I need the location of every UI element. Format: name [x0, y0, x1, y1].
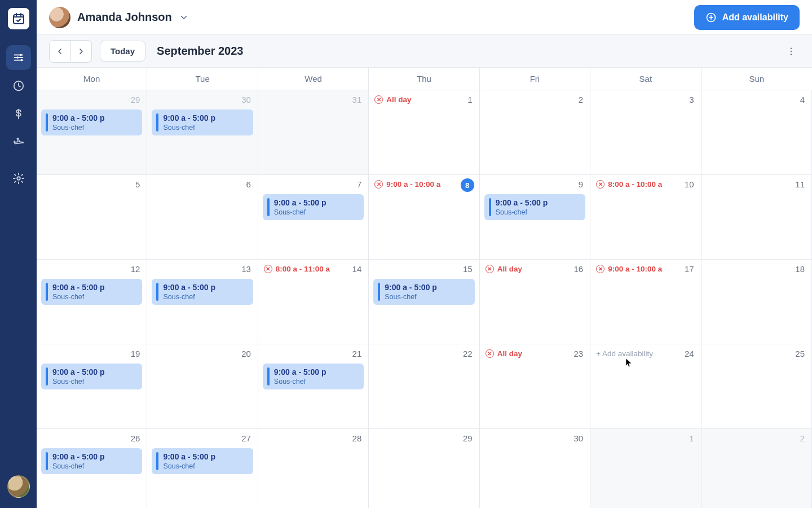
unavailable-marker[interactable]: ✕All day: [374, 95, 411, 104]
calendar-cell[interactable]: 219:00 a - 5:00 pSous-chef: [258, 344, 369, 429]
day-number: 1: [467, 95, 472, 104]
calendar-cell[interactable]: 2: [480, 90, 590, 175]
day-number: 25: [795, 349, 805, 358]
shift-event[interactable]: 9:00 a - 5:00 pSous-chef: [263, 194, 364, 220]
calendar-cell[interactable]: 79:00 a - 5:00 pSous-chef: [258, 175, 369, 260]
unavailable-marker[interactable]: ✕9:00 a - 10:00 a: [374, 180, 440, 189]
calendar-cell[interactable]: 2: [701, 429, 812, 508]
unavailable-label: All day: [386, 95, 411, 104]
day-number: 16: [573, 264, 583, 274]
calendar-cell[interactable]: 20: [147, 344, 258, 429]
calendar-cell[interactable]: 139:00 a - 5:00 pSous-chef: [147, 260, 258, 344]
shift-event[interactable]: 9:00 a - 5:00 pSous-chef: [41, 110, 142, 135]
dow-header: Wed: [258, 68, 369, 90]
shift-event[interactable]: 9:00 a - 5:00 pSous-chef: [373, 279, 474, 305]
calendar-cell[interactable]: 11: [701, 175, 812, 260]
day-number: 1: [689, 433, 694, 443]
add-availability-ghost[interactable]: + Add availability: [596, 349, 653, 358]
shift-time: 9:00 a - 5:00 p: [385, 283, 437, 292]
shift-event[interactable]: 9:00 a - 5:00 pSous-chef: [152, 110, 253, 135]
calendar-cell[interactable]: 199:00 a - 5:00 pSous-chef: [37, 344, 147, 429]
user-selector[interactable]: Amanda Johnson: [49, 7, 189, 28]
add-availability-button[interactable]: Add availability: [694, 5, 800, 30]
shift-accent-bar: [46, 452, 48, 470]
sliders-icon: [12, 51, 25, 64]
shift-role: Sous-chef: [163, 293, 215, 301]
calendar-cell[interactable]: 25: [701, 344, 812, 429]
day-number: 10: [685, 179, 694, 189]
calendar-cell[interactable]: 1✕All day: [369, 90, 479, 175]
rail-user-avatar[interactable]: [7, 475, 30, 498]
next-month-button[interactable]: [70, 40, 92, 63]
plane-icon: [12, 136, 25, 148]
shift-role: Sous-chef: [274, 208, 326, 216]
calendar-cell[interactable]: 18: [701, 260, 812, 344]
more-menu-button[interactable]: [783, 43, 800, 60]
unavailable-marker[interactable]: ✕8:00 a - 10:00 a: [596, 180, 662, 189]
calendar-cell[interactable]: 31: [258, 90, 369, 175]
chevron-down-icon: [179, 12, 189, 23]
calendar-cell[interactable]: 279:00 a - 5:00 pSous-chef: [147, 429, 258, 508]
calendar-cell[interactable]: 299:00 a - 5:00 pSous-chef: [37, 90, 147, 175]
svg-point-1: [19, 54, 21, 56]
unavailable-marker[interactable]: ✕All day: [486, 349, 522, 358]
calendar-cell[interactable]: 24+ Add availability: [590, 344, 701, 429]
today-button[interactable]: Today: [100, 41, 145, 62]
svg-point-5: [17, 177, 20, 180]
day-number: 20: [241, 349, 251, 358]
nav-pay[interactable]: [6, 102, 31, 126]
cursor-icon: [625, 358, 633, 368]
nav-schedule[interactable]: [6, 45, 31, 70]
unavailable-marker[interactable]: ✕9:00 a - 10:00 a: [596, 265, 662, 273]
calendar-cell[interactable]: 6: [147, 175, 258, 260]
unavailable-marker[interactable]: ✕All day: [486, 265, 522, 273]
day-number: 24: [685, 349, 694, 358]
day-number: 27: [241, 433, 251, 443]
calendar-cell[interactable]: 10✕8:00 a - 10:00 a: [590, 175, 701, 260]
month-label: September 2023: [157, 45, 243, 58]
day-number: 2: [800, 433, 805, 443]
calendar-cell[interactable]: 30: [480, 429, 590, 508]
calendar-cell[interactable]: 23✕All day: [480, 344, 590, 429]
calendar-cell[interactable]: 159:00 a - 5:00 pSous-chef: [369, 260, 479, 344]
gear-icon: [12, 172, 25, 185]
calendar-cell[interactable]: 17✕9:00 a - 10:00 a: [590, 260, 701, 344]
svg-point-2: [16, 56, 19, 59]
prev-month-button[interactable]: [49, 40, 70, 63]
nav-leave[interactable]: [6, 130, 31, 155]
day-number: 29: [131, 95, 140, 104]
unavailable-icon: ✕: [486, 349, 494, 358]
shift-event[interactable]: 9:00 a - 5:00 pSous-chef: [41, 364, 142, 389]
shift-time: 9:00 a - 5:00 p: [163, 113, 215, 122]
shift-event[interactable]: 9:00 a - 5:00 pSous-chef: [263, 364, 364, 389]
calendar-cell[interactable]: 269:00 a - 5:00 pSous-chef: [37, 429, 147, 508]
shift-event[interactable]: 9:00 a - 5:00 pSous-chef: [41, 448, 142, 474]
topbar: Amanda Johnson Add availability: [37, 0, 812, 35]
day-number: 28: [352, 433, 362, 443]
calendar-cell[interactable]: 1: [590, 429, 701, 508]
calendar-cell[interactable]: 29: [369, 429, 479, 508]
calendar-cell[interactable]: 5: [37, 175, 147, 260]
day-number: 15: [463, 264, 473, 274]
shift-event[interactable]: 9:00 a - 5:00 pSous-chef: [152, 279, 253, 305]
shift-event[interactable]: 9:00 a - 5:00 pSous-chef: [152, 448, 253, 474]
calendar-cell[interactable]: 16✕All day: [480, 260, 590, 344]
unavailable-marker[interactable]: ✕8:00 a - 11:00 a: [264, 265, 330, 273]
calendar-cell[interactable]: 99:00 a - 5:00 pSous-chef: [480, 175, 590, 260]
calendar-cell[interactable]: 14✕8:00 a - 11:00 a: [258, 260, 369, 344]
calendar-cell[interactable]: 8✕9:00 a - 10:00 a: [369, 175, 479, 260]
calendar-cell[interactable]: 309:00 a - 5:00 pSous-chef: [147, 90, 258, 175]
chevron-left-icon: [55, 47, 64, 56]
nav-settings[interactable]: [6, 166, 31, 191]
calendar-cell[interactable]: 28: [258, 429, 369, 508]
shift-time: 9:00 a - 5:00 p: [274, 198, 326, 207]
shift-event[interactable]: 9:00 a - 5:00 pSous-chef: [41, 279, 142, 305]
calendar-cell[interactable]: 3: [590, 90, 701, 175]
nav-time[interactable]: [6, 73, 31, 98]
shift-event[interactable]: 9:00 a - 5:00 pSous-chef: [484, 194, 585, 220]
calendar-cell[interactable]: 4: [701, 90, 812, 175]
calendar-cell[interactable]: 129:00 a - 5:00 pSous-chef: [37, 260, 147, 344]
calendar-cell[interactable]: 22: [369, 344, 479, 429]
day-number: 19: [131, 349, 140, 358]
calendar-header: MonTueWedThuFriSatSun: [37, 68, 812, 90]
